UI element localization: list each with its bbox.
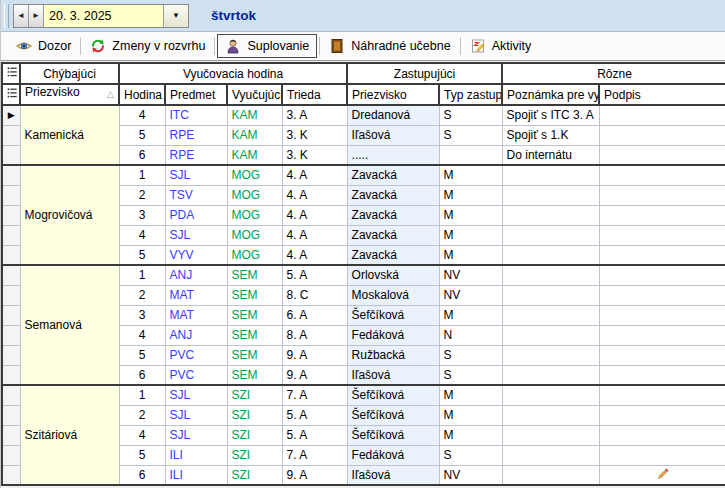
cell-typ[interactable]: M xyxy=(439,385,502,405)
row-selector[interactable] xyxy=(2,345,20,365)
cell-typ[interactable]: S xyxy=(439,445,502,465)
row-selector[interactable] xyxy=(2,425,20,445)
cell-vyucujuci[interactable]: SEM xyxy=(227,325,282,345)
cell-predmet[interactable]: ILI xyxy=(165,465,227,485)
cell-podpis[interactable] xyxy=(599,365,725,385)
cell-podpis[interactable] xyxy=(599,305,725,325)
cell-vyucujuci[interactable]: SEM xyxy=(227,345,282,365)
cell-hodina[interactable]: 1 xyxy=(119,385,165,405)
missing-teacher-cell[interactable]: Mogrovičová xyxy=(20,165,119,265)
missing-teacher-cell[interactable]: Kamenická xyxy=(20,105,119,165)
missing-teacher-cell[interactable]: Semanová xyxy=(20,265,119,385)
cell-vyucujuci[interactable]: SEM xyxy=(227,285,282,305)
cell-predmet[interactable]: MAT xyxy=(165,285,227,305)
date-picker[interactable]: ◄ ► 20. 3. 2025 ▼ xyxy=(13,4,189,28)
cell-zastupujuci[interactable]: Iľašová xyxy=(347,465,439,485)
cell-zastupujuci[interactable]: Zavacká xyxy=(347,205,439,225)
cell-poznamka[interactable] xyxy=(502,385,599,405)
cell-poznamka[interactable] xyxy=(502,345,599,365)
cell-zastupujuci[interactable]: Iľašová xyxy=(347,365,439,385)
cell-zastupujuci[interactable]: Zavacká xyxy=(347,245,439,265)
tab-aktivity[interactable]: Aktivity xyxy=(463,35,539,57)
table-row[interactable]: ▶Kamenická4ITCKAM3. ADredanováSSpojiť s … xyxy=(2,105,725,125)
cell-podpis[interactable] xyxy=(599,385,725,405)
tab-suplovanie[interactable]: Suplovanie xyxy=(217,34,317,58)
tab-nahradne-ucebne[interactable]: Náhradné učebne xyxy=(322,35,457,57)
cell-typ[interactable]: M xyxy=(439,305,502,325)
cell-poznamka[interactable] xyxy=(502,325,599,345)
cell-poznamka[interactable] xyxy=(502,365,599,385)
tab-dozor[interactable]: Dozor xyxy=(9,35,78,57)
cell-hodina[interactable]: 4 xyxy=(119,225,165,245)
cell-trieda[interactable]: 9. A xyxy=(282,465,347,485)
cell-poznamka[interactable] xyxy=(502,265,599,285)
cell-hodina[interactable]: 4 xyxy=(119,425,165,445)
column-header-podpis[interactable]: Podpis xyxy=(599,84,725,105)
cell-vyucujuci[interactable]: KAM xyxy=(227,145,282,165)
row-selector[interactable] xyxy=(2,325,20,345)
cell-zastupujuci[interactable]: Ružbacká xyxy=(347,345,439,365)
tab-zmeny-v-rozvrhu[interactable]: Zmeny v rozvrhu xyxy=(83,35,212,57)
cell-vyucujuci[interactable]: MOG xyxy=(227,225,282,245)
row-selector[interactable] xyxy=(2,185,20,205)
cell-vyucujuci[interactable]: SEM xyxy=(227,265,282,285)
column-header-trieda[interactable]: Trieda xyxy=(282,84,347,105)
cell-podpis[interactable] xyxy=(599,105,725,125)
cell-typ[interactable] xyxy=(439,145,502,165)
date-input[interactable]: 20. 3. 2025 xyxy=(44,5,163,27)
cell-poznamka[interactable] xyxy=(502,245,599,265)
cell-podpis[interactable] xyxy=(599,265,725,285)
cell-predmet[interactable]: RPE xyxy=(165,125,227,145)
row-selector[interactable] xyxy=(2,405,20,425)
cell-poznamka[interactable]: Spojiť s 1.K xyxy=(502,125,599,145)
previous-day-button[interactable]: ◄ xyxy=(14,5,29,27)
column-header-vyucujuci[interactable]: Vyučujúci xyxy=(227,84,282,105)
cell-zastupujuci[interactable]: Iľašová xyxy=(347,125,439,145)
cell-hodina[interactable]: 6 xyxy=(119,145,165,165)
cell-podpis[interactable] xyxy=(599,205,725,225)
cell-hodina[interactable]: 5 xyxy=(119,345,165,365)
cell-typ[interactable]: M xyxy=(439,245,502,265)
cell-hodina[interactable]: 5 xyxy=(119,445,165,465)
cell-podpis[interactable] xyxy=(599,185,725,205)
cell-poznamka[interactable] xyxy=(502,165,599,185)
cell-podpis[interactable] xyxy=(599,245,725,265)
cell-vyucujuci[interactable]: SZI xyxy=(227,385,282,405)
cell-poznamka[interactable] xyxy=(502,465,599,485)
cell-zastupujuci[interactable]: ..... xyxy=(347,145,439,165)
cell-poznamka[interactable]: Spojiť s ITC 3. A xyxy=(502,105,599,125)
cell-hodina[interactable]: 4 xyxy=(119,105,165,125)
cell-predmet[interactable]: SJL xyxy=(165,425,227,445)
cell-vyucujuci[interactable]: SZI xyxy=(227,425,282,445)
cell-typ[interactable]: M xyxy=(439,405,502,425)
cell-trieda[interactable]: 4. A xyxy=(282,165,347,185)
cell-trieda[interactable]: 4. A xyxy=(282,225,347,245)
cell-poznamka[interactable] xyxy=(502,305,599,325)
cell-hodina[interactable]: 2 xyxy=(119,405,165,425)
cell-vyucujuci[interactable]: SEM xyxy=(227,305,282,325)
column-header-zast-priezvisko[interactable]: Priezvisko xyxy=(347,84,439,105)
cell-predmet[interactable]: ANJ xyxy=(165,325,227,345)
cell-zastupujuci[interactable]: Moskalová xyxy=(347,285,439,305)
cell-zastupujuci[interactable]: Šefčíková xyxy=(347,305,439,325)
column-header-hodina[interactable]: Hodina xyxy=(119,84,165,105)
cell-predmet[interactable]: SJL xyxy=(165,385,227,405)
cell-typ[interactable]: S xyxy=(439,345,502,365)
cell-trieda[interactable]: 5. A xyxy=(282,425,347,445)
grid-corner-button[interactable] xyxy=(2,63,20,84)
cell-trieda[interactable]: 5. A xyxy=(282,265,347,285)
cell-podpis[interactable] xyxy=(599,285,725,305)
column-header-poznamka[interactable]: Poznámka pre vy xyxy=(502,84,599,105)
cell-predmet[interactable]: PVC xyxy=(165,345,227,365)
cell-poznamka[interactable] xyxy=(502,445,599,465)
cell-poznamka[interactable] xyxy=(502,285,599,305)
cell-hodina[interactable]: 1 xyxy=(119,265,165,285)
cell-poznamka[interactable] xyxy=(502,225,599,245)
cell-predmet[interactable]: SJL xyxy=(165,165,227,185)
cell-poznamka[interactable] xyxy=(502,425,599,445)
cell-vyucujuci[interactable]: MOG xyxy=(227,245,282,265)
cell-zastupujuci[interactable]: Šefčíková xyxy=(347,385,439,405)
row-selector[interactable] xyxy=(2,365,20,385)
cell-hodina[interactable]: 5 xyxy=(119,125,165,145)
table-row[interactable]: Semanová1ANJSEM5. AOrlovskáNV xyxy=(2,265,725,285)
